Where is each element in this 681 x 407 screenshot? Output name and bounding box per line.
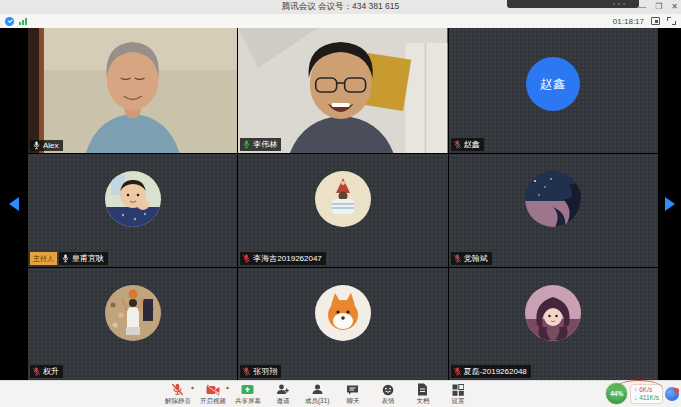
next-page-arrow[interactable]: [665, 197, 675, 211]
mic-speaking-icon: [242, 140, 251, 149]
notification-overlay-bar: [507, 0, 639, 8]
mic-muted-icon: [32, 367, 41, 376]
meeting-duration: 01:18:17: [613, 17, 644, 26]
meeting-statusbar: 01:18:17: [0, 14, 681, 28]
download-arrow-icon: ↓: [634, 394, 637, 401]
mic-muted-icon: [171, 382, 184, 396]
participant-name: 李伟林: [253, 139, 277, 150]
start-video-button[interactable]: ▲ 开启视频: [195, 382, 230, 407]
mic-on-icon: [32, 141, 41, 150]
invite-button[interactable]: 邀请: [265, 382, 300, 407]
maximize-button[interactable]: ❐: [655, 0, 662, 14]
layout-grid-icon: [452, 382, 464, 396]
avatar: [525, 285, 581, 341]
page-left-column: [0, 28, 28, 380]
members-icon: [311, 382, 324, 396]
participant-name: 李海吉2019262047: [253, 253, 322, 264]
window-title: 腾讯会议 会议号：434 381 615: [282, 1, 400, 13]
download-speed: 411K/s: [639, 394, 659, 401]
chat-button[interactable]: 聊天: [335, 382, 370, 407]
mic-muted-icon: [453, 367, 462, 376]
chat-bubble-icon: [346, 382, 359, 396]
security-shield-icon[interactable]: [5, 17, 14, 26]
mic-muted-icon: [242, 367, 251, 376]
window-titlebar: 腾讯会议 会议号：434 381 615 — ❐ ✕: [0, 0, 681, 14]
avatar: [105, 171, 161, 227]
video-tile-zhaoxin[interactable]: 赵鑫 赵鑫: [449, 28, 658, 153]
video-tile-liweilin[interactable]: 李伟林: [238, 28, 447, 153]
video-tile-alex[interactable]: Alex: [28, 28, 237, 153]
system-monitor-widget[interactable]: 44% ↑ 6K/s ↓ 411K/s: [605, 382, 679, 405]
avatar: [525, 171, 581, 227]
fullscreen-icon[interactable]: [667, 17, 676, 25]
mic-muted-icon: [453, 140, 462, 149]
avatar: [315, 285, 371, 341]
avatar: 赵鑫: [526, 57, 580, 111]
unmute-button[interactable]: ▲ 解除静音: [160, 382, 195, 407]
invite-person-icon: [276, 382, 289, 396]
cpu-percent: 44%: [610, 390, 623, 397]
participant-name: 张羽翔: [253, 366, 277, 377]
participant-name: Alex: [43, 141, 59, 150]
mic-muted-icon: [242, 254, 251, 263]
members-button[interactable]: 成员(31): [300, 382, 335, 407]
participant-grid: Alex: [28, 28, 658, 380]
emoji-button[interactable]: 表情: [370, 382, 405, 407]
video-frame: [28, 28, 237, 153]
mic-muted-icon: [453, 254, 462, 263]
document-icon: [417, 382, 428, 396]
smiley-icon: [382, 382, 394, 396]
mic-on-icon: [61, 254, 70, 263]
minimize-button[interactable]: —: [638, 0, 646, 14]
video-tile-lihaiji[interactable]: 李海吉2019262047: [238, 154, 447, 267]
participant-name: 夏磊-2019262048: [464, 366, 527, 377]
participant-name: 党翰斌: [464, 253, 488, 264]
share-screen-icon: [241, 382, 254, 396]
upload-arrow-icon: ↑: [634, 386, 637, 393]
video-tile-huangfuyigeng[interactable]: 主持人 皇甫宜耿: [28, 154, 237, 267]
network-stats: ↑ 6K/s ↓ 411K/s: [630, 384, 663, 404]
network-signal-icon[interactable]: [19, 17, 27, 25]
host-badge: 主持人: [30, 252, 57, 265]
docs-button[interactable]: 文档: [405, 382, 440, 407]
video-tile-danghanbin[interactable]: 党翰斌: [449, 154, 658, 267]
avatar: [105, 285, 161, 341]
participant-name: 赵鑫: [464, 139, 480, 150]
settings-button[interactable]: 设置: [440, 382, 475, 407]
page-right-column: [658, 28, 681, 380]
video-tile-zhangyuxiang[interactable]: 张羽翔: [238, 268, 447, 380]
security-ball-icon[interactable]: [665, 387, 679, 401]
participant-name: 权升: [43, 366, 59, 377]
video-frame: [238, 28, 447, 153]
prev-page-arrow[interactable]: [9, 197, 19, 211]
cpu-gauge: 44%: [605, 382, 628, 405]
video-tile-xialei[interactable]: 夏磊-2019262048: [449, 268, 658, 380]
upload-speed: 6K/s: [639, 386, 652, 393]
screenshot-icon[interactable]: [651, 17, 660, 25]
meeting-toolbar: ▲ 解除静音 ▲ 开启视频 共享屏幕 邀请: [0, 380, 681, 407]
camera-off-icon: [206, 382, 220, 396]
avatar-initials: 赵鑫: [540, 76, 566, 93]
share-screen-button[interactable]: 共享屏幕: [230, 382, 265, 407]
close-button[interactable]: ✕: [671, 0, 678, 14]
video-tile-quansheng[interactable]: 权升: [28, 268, 237, 380]
window-controls: — ❐ ✕: [638, 0, 678, 14]
video-stage: Alex: [0, 28, 681, 380]
avatar: [315, 171, 371, 227]
participant-name: 皇甫宜耿: [72, 253, 104, 264]
